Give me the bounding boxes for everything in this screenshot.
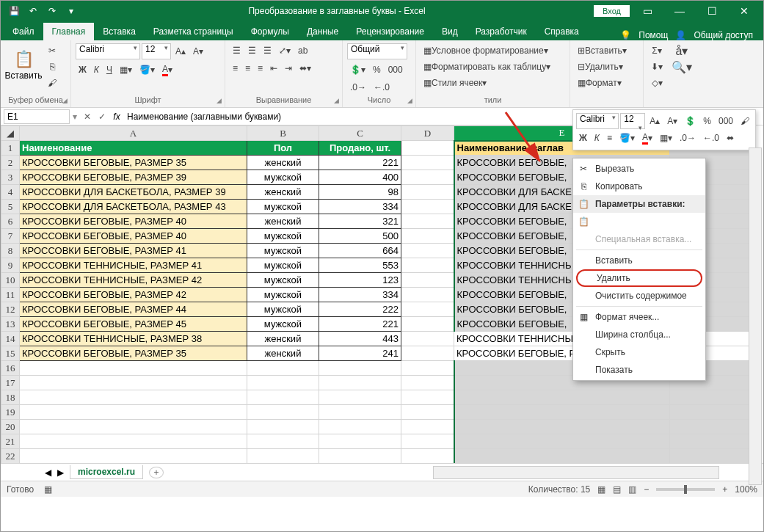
cell[interactable] xyxy=(20,405,247,420)
format-painter-icon[interactable]: 🖌 xyxy=(45,76,59,90)
cell[interactable]: 334 xyxy=(319,288,401,302)
conditional-formatting-button[interactable]: ▦ Условное форматирование▾ xyxy=(421,43,551,58)
cancel-formula-icon[interactable]: ✕ xyxy=(80,112,95,122)
tab-insert[interactable]: Вставка xyxy=(94,23,145,40)
cell[interactable]: женский xyxy=(247,156,319,170)
cell[interactable]: КРОССОВКИ БЕГОВЫЕ, РАЗМЕР 41 xyxy=(20,244,247,258)
autosum-icon[interactable]: Σ▾ xyxy=(648,43,666,58)
row-header[interactable]: 12 xyxy=(1,302,20,317)
cell[interactable] xyxy=(401,288,454,302)
new-sheet-button[interactable]: + xyxy=(149,467,164,478)
cell[interactable]: 321 xyxy=(319,214,401,229)
cell[interactable]: 500 xyxy=(319,229,401,244)
cell[interactable] xyxy=(670,420,751,434)
row-header[interactable]: 13 xyxy=(1,317,20,332)
cell[interactable]: женский xyxy=(247,346,319,361)
col-header-a[interactable]: A xyxy=(20,126,247,141)
grow-font-icon[interactable]: A▴ xyxy=(172,44,189,59)
sheet-nav-next-icon[interactable]: ▶ xyxy=(57,467,64,478)
cell[interactable] xyxy=(401,156,454,170)
cell[interactable] xyxy=(670,390,751,405)
cell[interactable] xyxy=(319,405,401,420)
row-header[interactable]: 11 xyxy=(1,288,20,302)
row-header[interactable]: 7 xyxy=(1,229,20,244)
cell[interactable]: женский xyxy=(247,214,319,229)
row-header[interactable]: 5 xyxy=(1,200,20,214)
cell[interactable]: Пол xyxy=(247,141,319,156)
clipboard-launcher-icon[interactable]: ◢ xyxy=(62,97,68,104)
paste-button[interactable]: 📋 Вставить xyxy=(5,43,42,87)
cell[interactable] xyxy=(401,376,454,390)
mini-bold-button[interactable]: Ж xyxy=(576,131,590,145)
row-header[interactable]: 15 xyxy=(1,346,20,361)
ctx-copy[interactable]: ⎘Копировать xyxy=(573,178,705,195)
font-launcher-icon[interactable]: ◢ xyxy=(217,97,222,104)
format-cells-button[interactable]: ▦ Формат▾ xyxy=(575,76,625,90)
mini-percent-icon[interactable]: % xyxy=(700,114,714,128)
ctx-clear[interactable]: Очистить содержимое xyxy=(573,287,705,305)
align-top-icon[interactable]: ☰ xyxy=(230,43,244,58)
row-header[interactable]: 9 xyxy=(1,258,20,273)
row-header[interactable]: 18 xyxy=(1,390,20,405)
cell[interactable]: КРОССОВКИ БЕГОВЫЕ, РАЗМЕР 42 xyxy=(20,288,247,302)
cell[interactable]: КРОССОВКИ БЕГОВЫЕ, РАЗМЕР 45 xyxy=(20,317,247,332)
cell[interactable]: КРОССОВКИ БЕГОВЫЕ, РАЗМЕР 40 xyxy=(20,214,247,229)
row-header[interactable]: 6 xyxy=(1,214,20,229)
qat-customize-icon[interactable]: ▾ xyxy=(62,2,80,20)
cell[interactable]: КРОССОВКИ БЕГОВЫЕ, РАЗМЕР 35 xyxy=(20,156,247,170)
zoom-level[interactable]: 100% xyxy=(735,484,757,495)
tab-help[interactable]: Справка xyxy=(536,23,588,40)
bold-button[interactable]: Ж xyxy=(76,62,90,77)
cell[interactable] xyxy=(401,258,454,273)
tab-view[interactable]: Вид xyxy=(433,23,467,40)
namebox-dropdown-icon[interactable]: ▾ xyxy=(70,112,80,122)
cell[interactable]: 553 xyxy=(319,258,401,273)
cell[interactable] xyxy=(401,170,454,185)
redo-icon[interactable]: ↷ xyxy=(43,2,61,20)
mini-size-select[interactable]: 12 xyxy=(620,113,645,129)
view-pagelayout-icon[interactable]: ▤ xyxy=(613,484,621,495)
cell[interactable] xyxy=(319,420,401,434)
cell[interactable] xyxy=(401,317,454,332)
cell[interactable] xyxy=(401,449,454,464)
cell[interactable]: КРОССОВКИ ДЛЯ БАСКЕТБОЛА, РАЗМЕР 39 xyxy=(20,185,247,200)
fill-icon[interactable]: ⬇▾ xyxy=(648,59,666,74)
cell[interactable] xyxy=(401,229,454,244)
tab-data[interactable]: Данные xyxy=(298,23,347,40)
cell[interactable]: 222 xyxy=(319,302,401,317)
font-color-icon[interactable]: A▾ xyxy=(159,62,175,77)
mini-fill-icon[interactable]: 🪣▾ xyxy=(616,131,638,145)
borders-icon[interactable]: ▦▾ xyxy=(117,62,135,77)
cell[interactable] xyxy=(454,420,670,434)
col-header-c[interactable]: C xyxy=(319,126,401,141)
cell[interactable] xyxy=(401,346,454,361)
cell[interactable]: женский xyxy=(247,332,319,346)
cell[interactable] xyxy=(20,390,247,405)
mini-decdec-icon[interactable]: ←.0 xyxy=(700,131,722,145)
cell[interactable]: 221 xyxy=(319,156,401,170)
sheet-nav-prev-icon[interactable]: ◀ xyxy=(45,467,51,478)
indent-dec-icon[interactable]: ⇤ xyxy=(267,61,280,76)
name-box[interactable] xyxy=(4,109,70,124)
horizontal-scrollbar[interactable] xyxy=(433,466,719,479)
close-icon[interactable]: ✕ xyxy=(730,5,759,17)
mini-align-icon[interactable]: ≡ xyxy=(604,131,615,145)
cell[interactable] xyxy=(401,141,454,156)
tab-developer[interactable]: Разработчик xyxy=(467,23,536,40)
cell[interactable]: мужской xyxy=(247,229,319,244)
cell[interactable] xyxy=(401,390,454,405)
cell[interactable] xyxy=(401,185,454,200)
zoom-out-icon[interactable]: − xyxy=(644,484,649,495)
cell[interactable] xyxy=(401,200,454,214)
cell[interactable] xyxy=(401,273,454,288)
ctx-format-cells[interactable]: ▦Формат ячеек... xyxy=(573,308,705,326)
cell[interactable] xyxy=(247,390,319,405)
mini-fontcolor-icon[interactable]: A▾ xyxy=(639,131,655,145)
cell[interactable] xyxy=(454,434,670,449)
underline-button[interactable]: Ч xyxy=(103,62,115,77)
mini-decinc-icon[interactable]: .0→ xyxy=(677,131,699,145)
mini-italic-button[interactable]: К xyxy=(592,131,603,145)
mini-font-select[interactable]: Calibri xyxy=(576,113,619,129)
tab-pagelayout[interactable]: Разметка страницы xyxy=(145,23,242,40)
share-label[interactable]: Общий доступ xyxy=(694,30,753,40)
